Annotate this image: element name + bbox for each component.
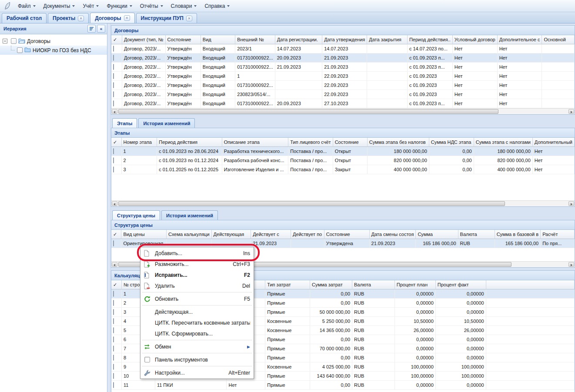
table-row[interactable]: 3с 01.01.2025 по 01.12.2025Изготовление …: [111, 165, 575, 174]
row-checkbox[interactable]: [113, 100, 114, 106]
menubar-item-5[interactable]: Словари: [167, 1, 201, 11]
row-checkbox[interactable]: [113, 373, 114, 379]
select-all-header[interactable]: ✓: [111, 280, 122, 289]
stages-tab-0[interactable]: Этапы: [112, 118, 137, 128]
tab-2[interactable]: Договоры✕: [90, 13, 134, 23]
row-checkbox[interactable]: [113, 55, 114, 61]
column-header[interactable]: Процент план: [395, 280, 436, 289]
column-header[interactable]: Процент факт: [436, 280, 486, 289]
column-header[interactable]: Тип затрат: [265, 280, 310, 289]
column-header[interactable]: Дата утверждения: [322, 35, 367, 44]
row-checkbox[interactable]: [113, 82, 114, 88]
scroll-thumb[interactable]: [118, 109, 498, 114]
column-header[interactable]: Состояние: [324, 230, 370, 239]
column-header[interactable]: Дата закрытия: [367, 35, 408, 44]
menubar-item-1[interactable]: Документы: [40, 1, 79, 11]
table-row[interactable]: Договор, 2023/...УтверждёнВходящий017310…: [111, 81, 575, 90]
tree-settings-button[interactable]: [87, 25, 96, 33]
price-tab-1[interactable]: История изменений: [161, 210, 218, 220]
row-checkbox[interactable]: [113, 300, 114, 306]
column-header[interactable]: Документ (тип, №: [122, 35, 166, 44]
row-checkbox[interactable]: [113, 382, 114, 388]
collapse-panel-button[interactable]: «: [97, 25, 105, 33]
context-menu-item-1[interactable]: Размножить...Ctrl+F3: [140, 259, 254, 269]
column-header[interactable]: Описание этапа: [222, 138, 289, 147]
table-row[interactable]: 1с 01.09.2023 по 28.06.2024Разработка те…: [111, 147, 575, 156]
scroll-left-button[interactable]: [112, 109, 117, 114]
column-header[interactable]: Внешний №: [235, 35, 275, 44]
column-header[interactable]: Валюта: [352, 280, 395, 289]
row-checkbox[interactable]: [113, 240, 114, 246]
contracts-hscrollbar[interactable]: [111, 108, 575, 114]
row-checkbox[interactable]: [113, 64, 114, 70]
column-header[interactable]: Действует по: [291, 230, 324, 239]
menubar-item-4[interactable]: Отчёты: [136, 1, 167, 11]
tab-0[interactable]: Рабочий стол: [2, 13, 47, 23]
column-header[interactable]: Состояние: [333, 138, 368, 147]
column-header[interactable]: Дата регистрации.: [275, 35, 323, 44]
scroll-left-button[interactable]: [112, 201, 117, 206]
context-menu-item-4[interactable]: ОбновитьF5: [140, 293, 254, 304]
column-header[interactable]: Расчёт: [541, 230, 575, 239]
column-header[interactable]: Вид цены: [121, 230, 167, 239]
table-row[interactable]: 1111 ПКИНетПрямые0,00RUB0,000000,00000: [111, 381, 575, 390]
scroll-right-button[interactable]: [568, 201, 574, 206]
table-row[interactable]: 2с 01.09.2023 по 01.12.2024Разработка ра…: [111, 156, 575, 165]
row-checkbox[interactable]: [113, 166, 114, 173]
column-header[interactable]: Сумма этапа с налогами: [474, 138, 533, 147]
table-row[interactable]: Договор, 2023/...УтверждёнВходящий017310…: [111, 53, 575, 63]
context-menu-item-8[interactable]: Обмен▶: [140, 341, 254, 352]
tree-node-checkbox[interactable]: [11, 38, 17, 44]
collapse-node-icon[interactable]: [3, 39, 7, 43]
table-row[interactable]: Договор, 2023/...УтверждёнВходящий122.09…: [111, 72, 575, 81]
context-menu-item-2[interactable]: Исправить...F2: [140, 269, 254, 280]
row-checkbox[interactable]: [113, 291, 114, 297]
scroll-left-button[interactable]: [112, 262, 117, 267]
tab-close-icon[interactable]: ✕: [186, 16, 192, 21]
table-row[interactable]: Договор, 2023/...УтверждёнВходящий017310…: [111, 99, 575, 108]
select-all-header[interactable]: ✓: [111, 230, 121, 239]
column-header[interactable]: Тип лицевого счёт: [288, 138, 333, 147]
row-checkbox[interactable]: [113, 318, 114, 324]
menubar-item-2[interactable]: Учёт: [79, 1, 103, 11]
scroll-thumb[interactable]: [118, 201, 505, 206]
row-checkbox[interactable]: [113, 364, 114, 370]
stages-tab-1[interactable]: История изменений: [138, 118, 195, 128]
row-checkbox[interactable]: [113, 46, 114, 52]
row-checkbox[interactable]: [113, 157, 114, 163]
row-checkbox[interactable]: [113, 91, 114, 97]
row-checkbox[interactable]: [113, 73, 114, 79]
column-header[interactable]: Основной: [542, 35, 575, 44]
table-row[interactable]: Договор, 2023/...УтверждёнВходящий017310…: [111, 63, 575, 72]
column-header[interactable]: [486, 280, 575, 289]
menubar-item-0[interactable]: Файл: [14, 1, 40, 11]
column-header[interactable]: Вид: [201, 35, 235, 44]
context-menu-item-7[interactable]: ЦИТК. Сформировать...: [140, 328, 254, 339]
column-header[interactable]: Дополнительное с: [498, 35, 542, 44]
row-checkbox[interactable]: [113, 355, 114, 361]
stages-hscrollbar[interactable]: [111, 200, 575, 206]
column-header[interactable]: Схема калькуляци: [167, 230, 212, 239]
column-header[interactable]: Состояние: [166, 35, 201, 44]
column-header[interactable]: Сумма затрат: [310, 280, 352, 289]
column-header[interactable]: Валюта: [458, 230, 495, 239]
column-header[interactable]: Дата смены состоя: [370, 230, 416, 239]
select-all-header[interactable]: ✓: [111, 35, 122, 44]
context-menu-item-9[interactable]: Панель инструментов: [140, 354, 254, 365]
scroll-right-button[interactable]: [568, 262, 574, 267]
tree-node-niokr[interactable]: НИОКР по ГОЗ без НДС: [0, 46, 107, 55]
table-row[interactable]: Договор, 2023/...УтверждёнВходящий230823…: [111, 90, 575, 99]
row-checkbox[interactable]: [113, 327, 114, 333]
select-all-header[interactable]: ✓: [111, 138, 122, 147]
column-header[interactable]: Период действия..: [408, 35, 453, 44]
tab-close-icon[interactable]: ✕: [78, 16, 84, 21]
column-header[interactable]: Действует с: [251, 230, 291, 239]
context-menu-item-6[interactable]: ЦИТК. Пересчитать косвенные затраты...: [140, 317, 254, 328]
menubar-item-3[interactable]: Функции: [103, 1, 136, 11]
column-header[interactable]: Сумма этапа без налогов: [368, 138, 429, 147]
column-header[interactable]: Сумма: [416, 230, 458, 239]
context-menu-item-10[interactable]: Настройки...Alt+Enter: [140, 367, 254, 378]
column-header[interactable]: Номер этапа: [122, 138, 157, 147]
tree-node-contracts[interactable]: Договоры: [0, 37, 107, 46]
column-header[interactable]: Сумма НДС этапа: [429, 138, 474, 147]
